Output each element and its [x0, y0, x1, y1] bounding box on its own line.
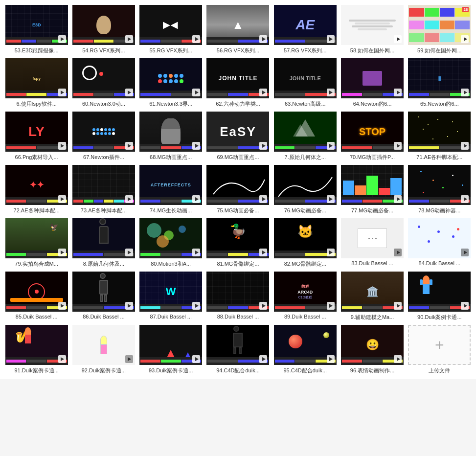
video-item-67[interactable]: 67.Newton插件...	[72, 112, 135, 161]
video-item-87[interactable]: W 87.Duik Bassel ...	[139, 272, 203, 321]
video-label-71: 71.AE各种脚本配...	[408, 154, 471, 161]
video-label-55: 55.RG VFX系列...	[139, 47, 202, 54]
video-item-56[interactable]: ▲ 56.RG VFX系列...	[206, 5, 270, 54]
video-label-86: 86.Duik Bassel ...	[72, 314, 135, 319]
video-item-86[interactable]: 86.Duik Bassel ...	[72, 272, 135, 321]
video-item-93[interactable]: 93.Duik案例卡通...	[139, 325, 203, 374]
video-label-60: 60.Newton3.0动...	[72, 100, 135, 108]
video-label-85: 85.Duik Bassel ...	[5, 314, 68, 319]
video-item-63[interactable]: JOHN TITLE 63.Newton高级...	[273, 58, 337, 108]
video-item-73[interactable]: 73.AE各种脚本配...	[72, 165, 135, 214]
video-label-58: 58.如何在国外网...	[341, 47, 404, 54]
video-item-54[interactable]: 54.RG VFX系列...	[72, 5, 135, 54]
video-label-66: 66.Png素材导入...	[5, 154, 68, 161]
video-item-77[interactable]: 77.MG动画必备...	[340, 165, 404, 214]
video-label-87: 87.Duik Bassel ...	[139, 314, 202, 319]
video-item-71[interactable]: 71.AE各种脚本配...	[408, 112, 471, 161]
video-label-89: 89.Duik Bassel ...	[274, 314, 337, 319]
video-item-83[interactable]: 83.Duik Bassel ...	[340, 218, 404, 268]
video-item-76[interactable]: 76.MG动画必备...	[273, 165, 337, 214]
video-label-69: 69.MG动画重点...	[206, 154, 269, 161]
video-item-60[interactable]: 60.Newton3.0动...	[72, 58, 135, 108]
video-item-58[interactable]: 58.如何在国外网...	[340, 5, 404, 54]
video-item-82[interactable]: 🐱 82.MG骨骼绑定...	[273, 218, 337, 268]
video-label-90: 90.Duik案例卡通...	[408, 314, 471, 321]
video-item-92[interactable]: 92.Duik案例卡通...	[72, 325, 135, 374]
video-item-68[interactable]: 68.MG动画重点...	[139, 112, 203, 161]
video-item-70[interactable]: STOP 70.MG动画插件P...	[340, 112, 404, 161]
video-grid: E3D 53.E3D跟踪报像... 54.RG VFX系列... ▶◀ 55.R…	[0, 0, 476, 379]
video-label-82: 82.MG骨骼绑定...	[274, 260, 337, 268]
video-item-94[interactable]: 94.C4D配合duik...	[206, 325, 270, 374]
video-item-57[interactable]: AE 57.RG VFX系列...	[273, 5, 337, 54]
video-item-69[interactable]: EaSY 69.MG动画重点...	[206, 112, 270, 161]
video-item-53[interactable]: E3D 53.E3D跟踪报像...	[5, 5, 68, 54]
video-item-85[interactable]: 85.Duik Bassel ...	[5, 272, 68, 321]
video-label-67: 67.Newton插件...	[72, 154, 135, 161]
video-label-54: 54.RG VFX系列...	[72, 47, 135, 54]
video-label-59: 59.如何在国外网...	[408, 47, 471, 54]
video-label-79: 79.实拍鸟合成M...	[5, 260, 68, 268]
video-item-84[interactable]: 84.Duik Bassel ...	[408, 218, 471, 268]
video-label-75: 75.MG动画必备...	[206, 207, 269, 214]
video-item-79[interactable]: 🦅 79.实拍鸟合成M...	[5, 218, 68, 268]
video-label-92: 92.Duik案例卡通...	[72, 367, 135, 374]
upload-box[interactable]: +	[408, 325, 471, 365]
video-label-8: 8.原始几何体及...	[72, 260, 135, 268]
video-label-74: 74.MG生长动画...	[139, 207, 202, 214]
video-item-75[interactable]: 75.MG动画必备...	[206, 165, 270, 214]
upload-file-item[interactable]: + 上传文件	[408, 325, 471, 374]
video-label-95: 95.C4D配合duik...	[274, 367, 337, 374]
video-item-74[interactable]: AFTEREFFECTS 74.MG生长动画...	[139, 165, 203, 214]
video-label-93: 93.Duik案例卡通...	[139, 367, 202, 374]
video-item-65[interactable]: ||| 65.Newton的6...	[408, 58, 471, 108]
video-item-90[interactable]: 90.Duik案例卡通...	[408, 272, 471, 321]
video-label-63: 63.Newton高级...	[274, 100, 337, 108]
video-label-72: 72.AE各种脚本配...	[5, 207, 68, 214]
video-label-81: 81.MG骨骼绑定...	[206, 260, 269, 268]
upload-plus-icon: +	[435, 336, 444, 354]
video-item-89[interactable]: 教程 ARC4D C1D教程 89.Duik Bassel ...	[273, 272, 337, 321]
video-label-65: 65.Newton的6...	[408, 100, 471, 108]
video-label-84: 84.Duik Bassel ...	[408, 260, 471, 266]
upload-label: 上传文件	[429, 367, 450, 374]
video-label-53: 53.E3D跟踪报像...	[5, 47, 68, 54]
video-label-77: 77.MG动画必备...	[341, 207, 404, 214]
video-item-91[interactable]: 🎷 91.Duik案例卡通...	[5, 325, 68, 374]
video-item-7[interactable]: 7.原始几何体之...	[273, 112, 337, 161]
video-item-78[interactable]: 78.MG动画神器...	[408, 165, 471, 214]
video-label-68: 68.MG动画重点...	[139, 154, 202, 161]
video-item-59[interactable]: 26 59.如何在国外网...	[408, 5, 471, 54]
video-item-96[interactable]: 😀 96.表情动画制作...	[340, 325, 404, 374]
video-label-62: 62.六种动力学类...	[206, 100, 269, 108]
video-label-78: 78.MG动画神器...	[408, 207, 471, 214]
video-item-64[interactable]: 64.Newton的6...	[340, 58, 404, 108]
video-item-88[interactable]: 88.Duik Bassel ...	[206, 272, 270, 321]
video-label-70: 70.MG动画插件P...	[341, 154, 404, 161]
video-label-83: 83.Duik Bassel ...	[341, 260, 404, 266]
video-label-61: 61.Newton3.3界...	[139, 100, 202, 108]
video-item-61[interactable]: 61.Newton3.3界...	[139, 58, 203, 108]
video-label-7: 7.原始几何体之...	[274, 154, 337, 161]
video-label-91: 91.Duik案例卡通...	[5, 367, 68, 374]
video-item-8[interactable]: 8.原始几何体及...	[72, 218, 135, 268]
video-label-80: 80.Motion3和A...	[139, 260, 202, 268]
video-label-6: 6.使用fspy软件...	[5, 100, 68, 108]
video-item-62[interactable]: JOHN TITLE 62.六种动力学类...	[206, 58, 270, 108]
video-item-55[interactable]: ▶◀ 55.RG VFX系列...	[139, 5, 203, 54]
video-item-66[interactable]: LY 66.Png素材导入...	[5, 112, 68, 161]
video-label-9: 9.辅助建模之Ma...	[341, 314, 404, 321]
video-label-88: 88.Duik Bassel ...	[206, 314, 269, 319]
video-label-76: 76.MG动画必备...	[274, 207, 337, 214]
video-item-6[interactable]: fspy 6.使用fspy软件...	[5, 58, 68, 108]
video-label-64: 64.Newton的6...	[341, 100, 404, 108]
video-item-9[interactable]: 🏛️ 9.辅助建模之Ma...	[340, 272, 404, 321]
video-item-72[interactable]: ✦✦ 72.AE各种脚本配...	[5, 165, 68, 214]
video-item-81[interactable]: 🦆 81.MG骨骼绑定...	[206, 218, 270, 268]
video-label-57: 57.RG VFX系列...	[274, 47, 337, 54]
video-label-96: 96.表情动画制作...	[341, 367, 404, 374]
video-item-95[interactable]: 95.C4D配合duik...	[273, 325, 337, 374]
video-label-56: 56.RG VFX系列...	[206, 47, 269, 54]
video-label-73: 73.AE各种脚本配...	[72, 207, 135, 214]
video-item-80[interactable]: 80.Motion3和A...	[139, 218, 203, 268]
